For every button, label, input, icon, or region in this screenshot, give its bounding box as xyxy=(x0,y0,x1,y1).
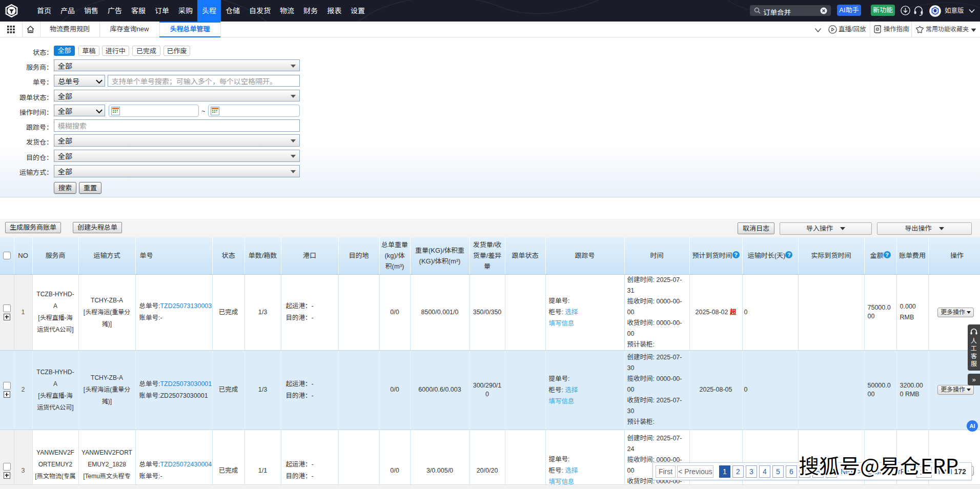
svg-text:ECERP: ECERP xyxy=(933,14,938,16)
